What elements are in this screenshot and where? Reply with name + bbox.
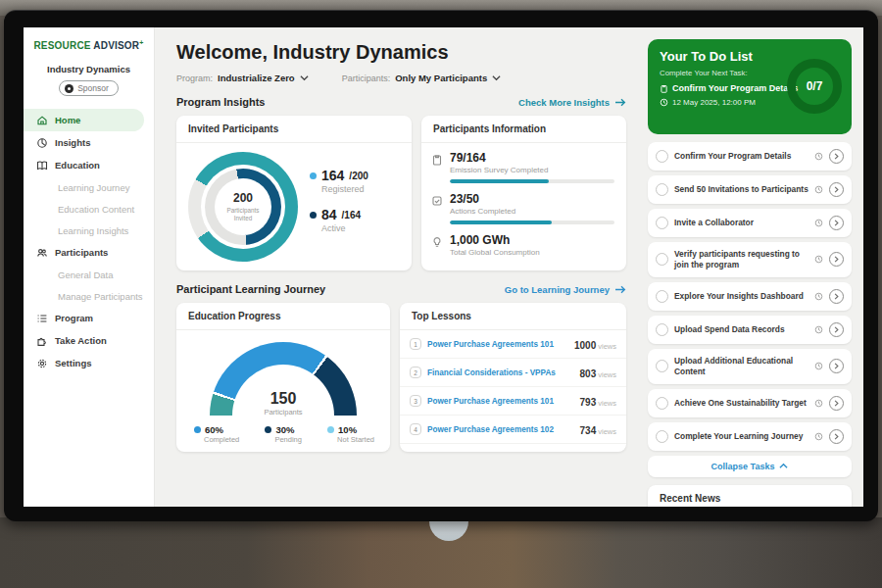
actions-completed-row: 23/50 Actions Completed — [431, 192, 614, 224]
program-filter[interactable]: Program: Industrialize Zero — [176, 73, 309, 83]
go-to-learning-journey-link[interactable]: Go to Learning Journey — [505, 284, 626, 295]
sidebar-item-learning-insights[interactable]: Learning Insights — [24, 220, 154, 241]
lesson-link[interactable]: Power Purchase Agreements 101 — [427, 397, 574, 406]
chevron-right-icon[interactable] — [829, 216, 844, 230]
sidebar-item-insights[interactable]: Insights — [24, 131, 154, 154]
participants-filter[interactable]: Participants: Only My Participants — [342, 73, 502, 83]
lesson-link[interactable]: Power Purchase Agreements 102 — [427, 425, 574, 434]
recent-news-title: Recent News — [648, 485, 852, 507]
task-checkbox[interactable] — [656, 290, 668, 303]
not-started-dot-icon — [327, 426, 334, 433]
task-checkbox[interactable] — [656, 183, 668, 196]
clock-icon — [814, 362, 823, 370]
legend-registered: 164/200 Registered — [310, 168, 368, 194]
participants-filter-label: Participants: — [342, 74, 391, 83]
task-checkbox[interactable] — [656, 150, 668, 163]
chevron-right-icon[interactable] — [829, 396, 844, 411]
todo-progress-ring: 0/7 — [787, 59, 842, 114]
todo-task[interactable]: Upload Spend Data Records — [648, 316, 852, 344]
sidebar-item-label: General Data — [58, 270, 114, 280]
sidebar-item-education-content[interactable]: Education Content — [24, 198, 154, 220]
program-icon — [36, 313, 48, 324]
collapse-tasks[interactable]: Collapse Tasks — [648, 456, 852, 477]
sidebar-item-participants[interactable]: Participants — [24, 241, 154, 264]
sidebar-item-program[interactable]: Program — [24, 307, 154, 329]
task-label: Send 50 Invitations to Participants — [674, 184, 808, 195]
sidebar-item-take-action[interactable]: Take Action — [24, 329, 154, 352]
program-filter-label: Program: — [176, 74, 213, 83]
lesson-views: 793 — [580, 397, 597, 408]
todo-task[interactable]: Verify participants requesting to join t… — [648, 242, 852, 277]
chevron-right-icon[interactable] — [829, 429, 844, 444]
todo-due-label: 12 May 2025, 12:00 PM — [672, 98, 756, 107]
todo-task[interactable]: Explore Your Insights Dashboard — [648, 282, 852, 311]
task-checkbox[interactable] — [656, 217, 668, 229]
lesson-row[interactable]: 1 Power Purchase Agreements 101 1000view… — [400, 330, 626, 359]
task-checkbox[interactable] — [656, 360, 668, 372]
program-filter-value: Industrialize Zero — [218, 73, 295, 83]
views-suffix: views — [598, 342, 616, 351]
monitor-bezel: RESOURCE ADVISOR+ Industry Dynamics Spon… — [4, 10, 878, 521]
sidebar-item-label: Insights — [55, 137, 90, 148]
lesson-views: 1000 — [574, 340, 596, 351]
pending-pct: 30% — [275, 424, 294, 435]
arrow-right-icon — [614, 98, 626, 107]
sidebar-item-learning-journey[interactable]: Learning Journey — [24, 176, 154, 198]
registered-dot-icon — [310, 172, 317, 179]
actions-completed-progressbar — [450, 220, 614, 224]
todo-task-list: Confirm Your Program Details Send 50 Inv… — [648, 142, 852, 451]
logo-plus: + — [139, 39, 143, 46]
clipboard-icon — [660, 84, 668, 93]
sidebar-item-label: Home — [55, 115, 80, 125]
sidebar-item-label: Participants — [55, 247, 108, 258]
legend-completed: 60% Completed — [194, 424, 239, 444]
gauge-center-label: Participants — [210, 408, 357, 416]
registered-label: Registered — [321, 184, 368, 194]
org-name: Industry Dynamics — [24, 64, 154, 74]
lesson-row[interactable]: 2 Financial Considerations - VPPAs 803vi… — [400, 359, 626, 387]
lesson-row[interactable]: 3 Power Purchase Agreements 101 793views — [400, 387, 626, 416]
chevron-right-icon[interactable] — [829, 182, 844, 197]
emission-survey-label: Emission Survey Completed — [450, 166, 614, 174]
todo-task[interactable]: Achieve One Sustainability Target — [648, 389, 852, 417]
chevron-right-icon[interactable] — [829, 252, 844, 267]
completed-pct: 60% — [205, 424, 223, 435]
lesson-row[interactable]: 4 Power Purchase Agreements 102 734views — [400, 416, 626, 444]
sidebar-item-general-data[interactable]: General Data — [24, 264, 154, 285]
todo-task[interactable]: Send 50 Invitations to Participants — [648, 175, 852, 204]
todo-task[interactable]: Complete Your Learning Journey — [648, 422, 852, 451]
legend-not-started: 10% Not Started — [327, 424, 374, 444]
chevron-right-icon[interactable] — [829, 289, 844, 304]
chevron-right-icon[interactable] — [829, 149, 844, 164]
top-lessons-card: Top Lessons 1 Power Purchase Agreements … — [400, 303, 626, 452]
clock-icon — [814, 399, 823, 408]
sidebar-item-home[interactable]: Home — [24, 109, 144, 131]
sidebar-item-manage-participants[interactable]: Manage Participants — [24, 285, 154, 307]
sidebar-item-settings[interactable]: Settings — [24, 352, 154, 374]
clock-icon — [814, 255, 823, 264]
task-checkbox[interactable] — [656, 430, 668, 443]
task-label: Invite a Collaborator — [674, 218, 808, 228]
check-more-insights-link[interactable]: Check More Insights — [518, 97, 626, 108]
top-lessons-title: Top Lessons — [400, 303, 626, 330]
todo-task[interactable]: Upload Additional Educational Content — [648, 349, 852, 384]
lesson-link[interactable]: Financial Considerations - VPPAs — [427, 368, 574, 377]
participants-icon — [36, 247, 48, 259]
todo-task[interactable]: Invite a Collaborator — [648, 209, 852, 237]
task-checkbox[interactable] — [656, 323, 668, 336]
sponsor-badge[interactable]: Sponsor — [59, 80, 119, 96]
lesson-row[interactable]: 5 Power Purchase Agreements 103 600views — [400, 444, 626, 452]
clock-icon — [814, 152, 823, 161]
task-checkbox[interactable] — [656, 253, 668, 266]
task-checkbox[interactable] — [656, 397, 668, 410]
sidebar-item-label: Learning Journey — [58, 182, 129, 193]
chevron-right-icon[interactable] — [829, 359, 844, 373]
chevron-right-icon[interactable] — [829, 322, 844, 337]
active-value: 84 — [321, 207, 337, 222]
emission-survey-progressbar — [450, 179, 614, 183]
todo-task[interactable]: Confirm Your Program Details — [648, 142, 852, 171]
lesson-link[interactable]: Power Purchase Agreements 101 — [427, 340, 568, 349]
actions-completed-progress-fill — [450, 220, 552, 224]
lesson-rank: 4 — [410, 423, 421, 435]
sidebar-item-education[interactable]: Education — [24, 154, 154, 176]
